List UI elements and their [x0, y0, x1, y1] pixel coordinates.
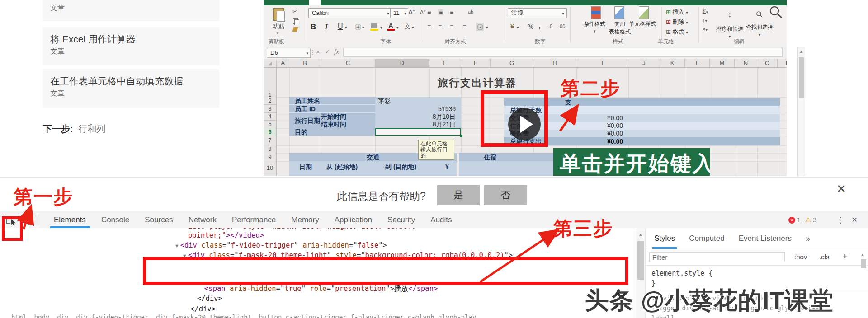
- enter-icon[interactable]: ✓: [325, 48, 330, 55]
- cell[interactable]: 员工姓名: [289, 97, 375, 105]
- styles-filter-input[interactable]: [649, 252, 785, 262]
- fill-color-icon[interactable]: [371, 23, 377, 28]
- excel-scrollbar[interactable]: ▲: [797, 47, 805, 176]
- formula-input[interactable]: [343, 48, 783, 57]
- cell[interactable]: 结束时间: [321, 121, 375, 128]
- cell[interactable]: 目的: [289, 128, 375, 136]
- row-header[interactable]: 10: [264, 161, 276, 176]
- fill-handle[interactable]: [460, 135, 462, 137]
- caret-down-icon[interactable]: ▾: [412, 25, 414, 30]
- list-item[interactable]: 打印工作表或工作簿 文章: [43, 0, 219, 21]
- tab-memory[interactable]: Memory: [283, 211, 326, 228]
- feedback-no-button[interactable]: 否: [484, 185, 527, 205]
- cut-icon[interactable]: ✂: [292, 8, 297, 15]
- tab-computed[interactable]: Computed: [689, 228, 724, 249]
- row-header[interactable]: 8: [264, 145, 276, 153]
- cell[interactable]: 茅彩: [375, 97, 461, 105]
- tab-security[interactable]: Security: [380, 211, 423, 228]
- name-box[interactable]: D6 ▾: [267, 48, 311, 58]
- align-top-icon[interactable]: ≡: [427, 9, 431, 15]
- font-color-icon[interactable]: A: [388, 22, 393, 29]
- number-format-select[interactable]: 常规 ▾: [508, 8, 567, 18]
- tab-sources[interactable]: Sources: [137, 211, 180, 228]
- zoom-icon[interactable]: [769, 5, 783, 19]
- phonetic-icon[interactable]: 文: [405, 23, 410, 31]
- align-left-icon[interactable]: ≡: [427, 23, 431, 30]
- column-header[interactable]: F: [461, 59, 491, 67]
- underline-button[interactable]: U: [338, 23, 343, 31]
- devtools-menu-icon[interactable]: ⋮: [836, 215, 844, 225]
- format-cells-button[interactable]: ⊞ 格式 ▾: [666, 28, 688, 36]
- scroll-up-icon[interactable]: ▲: [636, 232, 645, 237]
- fill-button[interactable]: ↓▾: [702, 17, 707, 23]
- column-header[interactable]: P: [778, 59, 787, 67]
- tab-event-listeners[interactable]: Event Listeners: [739, 228, 792, 249]
- format-as-table-icon[interactable]: [614, 6, 624, 19]
- format-painter-icon[interactable]: [292, 27, 298, 32]
- caret-down-icon[interactable]: ▾: [362, 25, 364, 30]
- cell[interactable]: 8月21日: [375, 121, 461, 128]
- row-header[interactable]: 4: [264, 113, 276, 121]
- column-header[interactable]: M: [710, 59, 735, 67]
- cls-toggle[interactable]: .cls: [819, 253, 830, 261]
- tab-audits[interactable]: Audits: [423, 211, 459, 228]
- format-as-table-button[interactable]: 套用 表格格式: [608, 20, 632, 36]
- row-header[interactable]: 7: [264, 136, 276, 145]
- percent-icon[interactable]: %: [528, 23, 533, 30]
- column-header[interactable]: O: [757, 59, 778, 67]
- row-header[interactable]: 2: [264, 97, 276, 105]
- scroll-up-icon[interactable]: ▲: [798, 49, 805, 54]
- conditional-format-button[interactable]: 条件格式: [584, 20, 605, 28]
- column-header[interactable]: N: [735, 59, 757, 67]
- bold-button[interactable]: B: [311, 23, 316, 32]
- insert-cells-button[interactable]: ⊞ 插入 ▾: [666, 8, 688, 16]
- scroll-up-icon[interactable]: ▲: [860, 252, 865, 257]
- devtools-code-line[interactable]: </div>: [197, 295, 222, 303]
- devtools-code-line[interactable]: ▼<div class="f-video-trigger" aria-hidde…: [175, 241, 387, 249]
- row-header[interactable]: 5: [264, 121, 276, 128]
- increase-font-icon[interactable]: A˄: [408, 8, 415, 16]
- align-center-icon[interactable]: ≡: [438, 23, 442, 30]
- cell[interactable]: 51936: [375, 105, 461, 113]
- cell[interactable]: 8月10日: [375, 113, 461, 121]
- tab-styles[interactable]: Styles: [654, 228, 675, 249]
- devtools-code-line[interactable]: </div>: [190, 305, 216, 313]
- select-all-corner[interactable]: ◢: [264, 60, 277, 68]
- comma-style-icon[interactable]: ,: [538, 21, 541, 30]
- tab-console[interactable]: Console: [94, 211, 137, 228]
- caret-down-icon[interactable]: ▾: [345, 25, 347, 30]
- next-step-link[interactable]: 行和列: [78, 124, 105, 134]
- row-header[interactable]: 6: [264, 128, 276, 136]
- hov-toggle[interactable]: :hov: [794, 253, 807, 261]
- error-badge[interactable]: × 1 ⚠ 3: [788, 216, 816, 224]
- selected-cell-D6[interactable]: [375, 128, 461, 136]
- clear-button[interactable]: ×▾: [702, 26, 708, 33]
- scrollbar-thumb[interactable]: [799, 57, 804, 98]
- column-header[interactable]: C: [321, 59, 375, 67]
- align-bottom-icon[interactable]: ≡: [450, 9, 453, 15]
- column-header[interactable]: A: [277, 59, 289, 67]
- currency-icon[interactable]: ¥: [510, 23, 514, 30]
- excel-video-frame[interactable]: 粘贴 ▾ ✂ 剪贴板 Calibri ▾ 11 ▾ A˄ A˅ B I U ▾ …: [264, 0, 787, 176]
- autosum-button[interactable]: Σ▾: [702, 8, 708, 15]
- column-header[interactable]: G: [491, 59, 533, 67]
- device-toolbar-icon[interactable]: [22, 215, 33, 225]
- increase-decimal-icon[interactable]: .0: [548, 23, 552, 29]
- article-title[interactable]: 在工作表单元格中自动填充数据: [50, 75, 183, 88]
- cancel-icon[interactable]: ×: [316, 48, 320, 56]
- cell-styles-icon[interactable]: [639, 6, 649, 19]
- new-rule-button[interactable]: +: [842, 251, 848, 262]
- more-tabs-icon[interactable]: »: [806, 228, 810, 249]
- column-header[interactable]: B: [289, 59, 321, 67]
- font-size-select[interactable]: 11 ▾: [390, 8, 408, 18]
- row-header[interactable]: 1: [264, 68, 276, 97]
- delete-cells-button[interactable]: ⊞ 删除 ▾: [666, 18, 688, 26]
- devtools-breadcrumb[interactable]: html body div div.f-video-trigger div.f-…: [11, 313, 476, 318]
- column-header[interactable]: E: [429, 59, 461, 67]
- list-item[interactable]: 将 Excel 用作计算器 文章: [43, 27, 219, 65]
- column-header[interactable]: H: [533, 59, 576, 67]
- element-style-rule[interactable]: element.style {: [651, 269, 712, 277]
- scrollbar-thumb[interactable]: [861, 259, 866, 268]
- merge-center-icon[interactable]: ⊡: [476, 23, 484, 31]
- align-right-icon[interactable]: ≡: [450, 23, 453, 30]
